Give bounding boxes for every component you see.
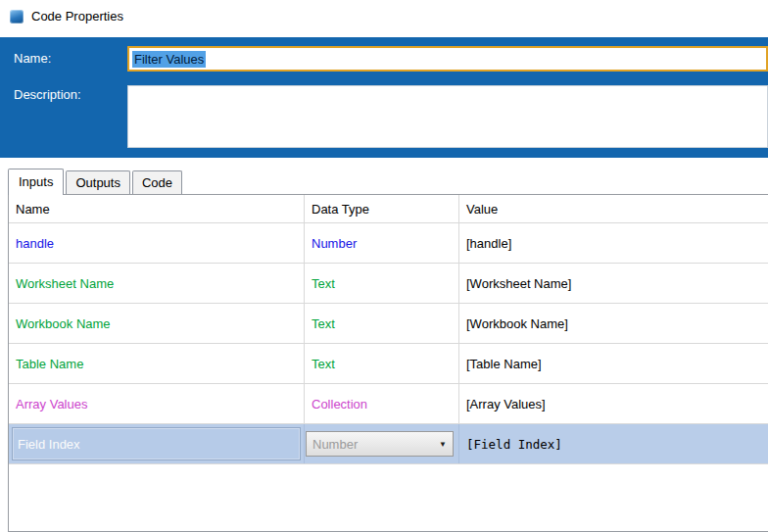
param-name-cell[interactable]: handle — [9, 223, 305, 263]
param-value-cell[interactable]: [Field Index] — [459, 424, 768, 463]
description-label: Description: — [0, 85, 127, 102]
name-input-selected-text: Filter Values — [132, 51, 206, 68]
table-row[interactable]: Workbook Name Text [Workbook Name] — [9, 304, 768, 344]
table-row[interactable]: Worksheet Name Text [Worksheet Name] — [9, 264, 768, 304]
param-type-cell[interactable]: Text — [305, 304, 459, 343]
chevron-down-icon[interactable]: ▼ — [439, 440, 453, 449]
name-label: Name: — [0, 46, 127, 66]
grid-header-row: Name Data Type Value — [9, 195, 768, 223]
name-input[interactable]: Filter Values — [127, 46, 768, 72]
description-input[interactable] — [127, 85, 768, 148]
dialog-title: Code Properties — [31, 9, 123, 24]
data-type-dropdown[interactable]: Number ▼ — [306, 431, 454, 457]
column-header-name: Name — [9, 195, 305, 222]
code-stage-icon — [10, 10, 24, 24]
name-row: Name: Filter Values — [0, 46, 768, 72]
column-header-value: Value — [459, 195, 768, 222]
param-value-cell[interactable]: [Workbook Name] — [459, 304, 768, 343]
properties-header-panel: Name: Filter Values Description: — [0, 37, 768, 158]
param-value-cell[interactable]: [Table Name] — [459, 344, 768, 383]
param-type-cell[interactable]: Text — [305, 344, 459, 383]
param-value-cell[interactable]: [handle] — [459, 223, 768, 263]
tab-code[interactable]: Code — [132, 170, 182, 194]
param-type-cell[interactable]: Number — [305, 223, 459, 263]
param-type-cell[interactable]: Collection — [305, 384, 459, 423]
tab-outputs[interactable]: Outputs — [66, 170, 130, 194]
description-row: Description: — [0, 85, 768, 148]
dropdown-selected-value: Number — [312, 437, 358, 452]
param-name-editbox[interactable]: Field Index — [12, 427, 301, 460]
param-type-cell[interactable]: Number ▼ — [305, 424, 459, 463]
table-row-selected[interactable]: Field Index Number ▼ [Field Index] — [9, 424, 768, 464]
param-value-cell[interactable]: [Array Values] — [459, 384, 768, 423]
table-row[interactable]: handle Number [handle] — [9, 223, 768, 264]
param-name-cell[interactable]: Workbook Name — [9, 304, 305, 343]
param-type-cell[interactable]: Text — [305, 264, 459, 303]
tab-inputs[interactable]: Inputs — [8, 169, 64, 195]
dialog-titlebar: Code Properties — [0, 0, 768, 37]
column-header-data-type: Data Type — [305, 195, 459, 222]
inputs-grid: Name Data Type Value handle Number [hand… — [8, 194, 768, 532]
param-value-cell[interactable]: [Worksheet Name] — [459, 264, 768, 303]
table-row[interactable]: Table Name Text [Table Name] — [9, 344, 768, 384]
param-name-cell[interactable]: Worksheet Name — [9, 264, 305, 303]
param-name-cell[interactable]: Array Values — [9, 384, 305, 423]
param-value-expression: [Field Index] — [466, 437, 562, 452]
table-row[interactable]: Array Values Collection [Array Values] — [9, 384, 768, 424]
tab-strip: Inputs Outputs Code — [0, 168, 768, 194]
param-name-cell[interactable]: Table Name — [9, 344, 305, 383]
param-name-cell[interactable]: Field Index — [9, 424, 305, 463]
